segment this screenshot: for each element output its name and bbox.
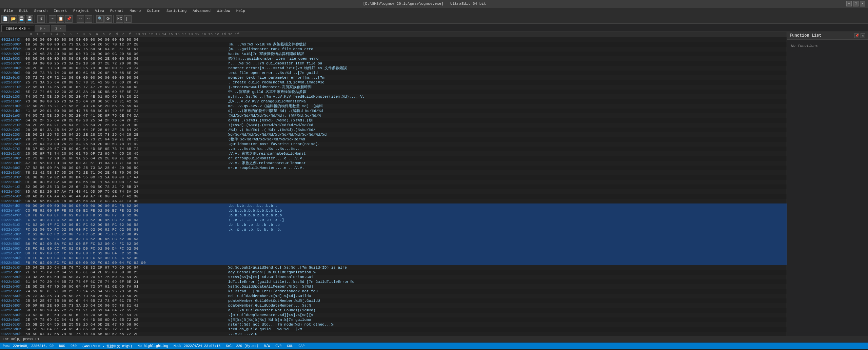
hex-line[interactable]: 0022e590hF8 FC 62 00 FC FC 62 00 00 02 F… xyxy=(0,260,787,265)
menu-format[interactable]: Format xyxy=(107,8,126,14)
hex-line[interactable]: 0022e690h5B 37 6D 20 45 72 72 21 21 7B 6… xyxy=(0,308,787,313)
hex-line[interactable]: 0022e630h61 64 79 20 44 65 73 73 6F 6C 7… xyxy=(0,279,787,284)
hex-line[interactable]: 0022e0b0h00 25 73 78 74 20 66 69 6C 65 2… xyxy=(0,71,787,75)
tab-cgmsv[interactable]: cgmsv.exe ✕ xyxy=(1,25,34,32)
hex-line[interactable]: 0022e6a0h73 62 6F 6F 6B 20 6E 6F 74 20 6… xyxy=(0,313,787,317)
hex-line[interactable]: 0022e2c0h20 6D 6F 73 74 20 66 61 76 6F 7… xyxy=(0,151,787,156)
menu-search[interactable]: Search xyxy=(32,8,51,14)
hex-line[interactable]: 0022e520hFC 62 00 5D FC 62 00 60 FC 62 0… xyxy=(0,227,787,232)
save-all-button[interactable]: 💾 xyxy=(26,15,33,23)
hex-line[interactable]: 0022e4f0hED FB 62 00 EF FB 62 00 F0 FB 6… xyxy=(0,213,787,218)
hex-line[interactable]: 0022e5d0h2F 67 75 69 6C 64 53 65 6E 64 2… xyxy=(0,270,787,275)
function-list-pin[interactable]: 📌 xyxy=(854,33,859,38)
tab-2-close[interactable]: ✕ xyxy=(60,26,62,31)
hex-lines[interactable]: 0022aff0h00 00 00 00 00 00 00 00 00 00 0… xyxy=(0,37,787,336)
hex-line[interactable]: 0022e120h6E 73 74 65 72 20 2E 2E 3A 20 6… xyxy=(0,90,787,94)
hex-line[interactable]: 0022e160h73 00 00 00 25 73 3A 25 64 20 0… xyxy=(0,99,787,104)
tab-cgmsv-close[interactable]: ✕ xyxy=(28,26,30,31)
close-button[interactable]: ✕ xyxy=(860,1,865,6)
hex-line[interactable]: 0022e680h69 6F 6E 2E 00 25 73 3A 25 64 2… xyxy=(0,303,787,308)
hex-line[interactable]: 0022e6b0h2E 47 75 69 6C 64 41 64 64 4D 6… xyxy=(0,317,787,322)
hex-line[interactable]: 0022e200h64 20 2F 25 64 29 2E 00 28 25 6… xyxy=(0,118,787,123)
hex-line[interactable]: 0022e360hA7 B2 56 00 FA 00 00 00 25 73 3… xyxy=(0,166,787,170)
hex-line[interactable]: 0022e300h72 72 6F 72 28 6E 6F 3A 25 64 2… xyxy=(0,156,787,161)
hex-line[interactable]: 0022e030h00 00 00 00 00 00 00 00 00 00 0… xyxy=(0,56,787,61)
column-mode-button[interactable]: |= xyxy=(124,15,132,23)
menu-edit[interactable]: Edit xyxy=(16,8,31,14)
hex-line[interactable]: 0022e6d0h64 55 70 64 61 74 65 4D 65 6D 6… xyxy=(0,327,787,332)
menu-advanced[interactable]: Advanced xyxy=(190,8,213,14)
hex-line[interactable]: 0022e1d0h41 6F 20 01 00 00 00 47 75 69 6… xyxy=(0,109,787,113)
menu-file[interactable]: File xyxy=(1,8,16,14)
hex-line[interactable]: 0022e660h25 73 3A 25 73 25 5B 25 73 5D 2… xyxy=(0,294,787,298)
open-button[interactable]: 📂 xyxy=(9,15,17,23)
hex-line[interactable]: 0022e130h74 65 72 5B 25 64 5D 20 47 4E 6… xyxy=(0,94,787,99)
menu-macro[interactable]: Macro xyxy=(127,8,143,14)
cut-button[interactable]: ✂ xyxy=(49,15,56,23)
hex-line[interactable]: 0022e430h8D AD B2 20 B7 AA 73 4B 41 6D 6… xyxy=(0,189,787,194)
hex-line[interactable]: 0022e450h8D AD B2 CA A4 A5 4C A4 A9 A7 F… xyxy=(0,194,787,199)
menu-help[interactable]: Help xyxy=(234,8,248,14)
hex-line[interactable]: 0022e580hE8 FC 62 00 EC FC 62 00 F0 FC 6… xyxy=(0,256,787,260)
hex-line[interactable]: 0022aff0h00 00 00 00 00 00 00 00 00 00 0… xyxy=(0,37,787,42)
menu-scripting[interactable]: Scripting xyxy=(164,8,189,14)
hex-line[interactable]: 0022e1e0h74 65 72 5B 25 64 5D 20 47 41 6… xyxy=(0,113,787,118)
hex-line[interactable]: 0022e410h82 00 00 25 73 3A 25 64 20 00 5… xyxy=(0,184,787,189)
hex-line[interactable]: 0022e250h73 25 64 29 00 25 73 3A 25 64 2… xyxy=(0,142,787,147)
hex-line[interactable]: 0022e670h25 64 2E 47 75 69 6C 64 44 65 7… xyxy=(0,298,787,303)
hex-line[interactable]: 0022e0e0h25 73 3A 25 64 20 00 5C 78 31 4… xyxy=(0,80,787,85)
hex-line[interactable]: 0022e240h28 25 73 25 64 29 2E 28 25 73 2… xyxy=(0,137,787,142)
hex-line[interactable]: 0022e0c0h65 72 72 6F 72 21 00 00 00 00 0… xyxy=(0,75,787,80)
hex-line[interactable]: 0022e3b0h78 31 42 5B 37 6D 20 76 2E 71 5… xyxy=(0,170,787,175)
menu-window[interactable]: Window xyxy=(214,8,233,14)
function-list-close[interactable]: ✕ xyxy=(861,33,865,38)
hex-line[interactable]: 0022e550hB6 FC 62 00 BA FC 62 00 BF FC 6… xyxy=(0,241,787,246)
menu-column[interactable]: Column xyxy=(144,8,163,14)
hex-line[interactable]: 0022e570hD8 FC 62 00 DC FC 62 00 E0 FC 6… xyxy=(0,251,787,256)
hex-line[interactable]: 0022e220h28 25 64 3A 25 64 2F 25 64 2F 2… xyxy=(0,128,787,132)
hex-line[interactable]: 0022e110h72 65 61 74 65 20 4E 65 77 47 7… xyxy=(0,85,787,90)
replace-button[interactable]: ⟳ xyxy=(104,15,112,23)
hex-edit-button[interactable]: HX xyxy=(116,15,123,23)
hex-line[interactable]: 0022e650h74 69 6F 6E 2E 00 25 73 3A 25 6… xyxy=(0,289,787,294)
hex-line[interactable]: 0022e540hFC 62 00 9E FC 62 00 A2 FC 62 0… xyxy=(0,237,787,241)
print-button[interactable]: 🖨 xyxy=(37,15,45,23)
new-button[interactable]: 📄 xyxy=(1,15,9,23)
hex-line[interactable]: 0022e330hA7 B2 56 00 E3 84 56 00 AE 61 B… xyxy=(0,161,787,166)
minimize-button[interactable]: ─ xyxy=(846,1,852,6)
save-button[interactable]: 💾 xyxy=(18,15,25,23)
paste-button[interactable]: 📌 xyxy=(65,15,73,23)
find-button[interactable]: 🔍 xyxy=(96,15,104,23)
hex-line[interactable]: 0022b000h1B 58 30 00 00 25 73 3A 25 64 2… xyxy=(0,42,787,47)
hex-line[interactable]: 0022e6c0h25 5B 25 64 5D 2E 25 5B 25 64 5… xyxy=(0,322,787,327)
tab-0[interactable]: 0 ✕ xyxy=(35,25,50,32)
hex-line[interactable]: 0022e500hFC 62 00 38 FC 62 00 40 FC 62 0… xyxy=(0,218,787,222)
hex-line[interactable]: 0022e180h37 6D 20 76 2E 71 56 2E 4B 76 5… xyxy=(0,104,787,109)
hex-line[interactable]: 0022e6e0h69 6C 64 47 65 74 4F 75 74 4D 6… xyxy=(0,332,787,336)
hex-line[interactable]: 0022e4e0hC3 FB 62 00 0F FB 62 00 E2 FB 6… xyxy=(0,208,787,213)
menu-insert[interactable]: Insert xyxy=(51,8,70,14)
hex-line[interactable]: 0022e020h73 20 AB 25 20 00 00 00 73 20 0… xyxy=(0,52,787,56)
hex-line[interactable]: 0022e5e0h73 3A 25 64 5D 00 5B 37 6D 20 4… xyxy=(0,275,787,279)
hex-line[interactable]: 0022e530hFC 62 00 6C FC 62 00 70 FC 62 0… xyxy=(0,232,787,237)
maximize-button[interactable]: □ xyxy=(853,1,859,6)
hex-line[interactable]: 0022aff8h8B 7E 21 60 00 00 00 67 75 69 6… xyxy=(0,47,787,52)
hex-line[interactable]: 0022e270h5B 37 6D 20 67 75 69 6C 64 4D 6… xyxy=(0,147,787,151)
hex-line[interactable]: 0022e070h72 8A 00 00 25 73 3A 20 18 58 3… xyxy=(0,61,787,66)
hex-line[interactable]: 0022e3c0hDE 00 08 59 B2 A0 08 B4 55 00 F… xyxy=(0,175,787,180)
hex-line[interactable]: 0022e640h2E 6D 2E 47 75 69 6C 64 4F 72 6… xyxy=(0,284,787,289)
hex-line[interactable]: 0022e080h9C 2F 4F 73 20 00 00 00 25 73 0… xyxy=(0,66,787,71)
hex-line[interactable]: 0022e560hC8 FC 62 00 CC FC 62 00 D0 FC 6… xyxy=(0,246,787,251)
hex-line[interactable]: 0022e5c0h25 64 2E 25 64 2E 70 75 6B 32 2… xyxy=(0,265,787,270)
hex-line[interactable]: 0022e440hCA AC A5 64 A4 F9 00 A5 64 A4 F… xyxy=(0,199,787,203)
undo-button[interactable]: ↩ xyxy=(77,15,84,23)
copy-button[interactable]: 📋 xyxy=(57,15,64,23)
tab-0-close[interactable]: ✕ xyxy=(44,26,46,31)
tab-2[interactable]: 2 ✕ xyxy=(51,25,66,32)
hex-line[interactable]: 0022e210h64 2F 25 64 2F 25 64 2F 25 64 2… xyxy=(0,123,787,128)
redo-button[interactable]: ↪ xyxy=(85,15,92,23)
hex-line[interactable]: 0022e400hDE 00 08 59 B2 A0 08 B4 55 00 F… xyxy=(0,180,787,184)
menu-project[interactable]: Project xyxy=(71,8,92,14)
hex-line[interactable]: 0022e4d0h00 00 00 00 00 00 00 00 00 00 0… xyxy=(0,203,787,208)
menu-view[interactable]: View xyxy=(92,8,106,14)
